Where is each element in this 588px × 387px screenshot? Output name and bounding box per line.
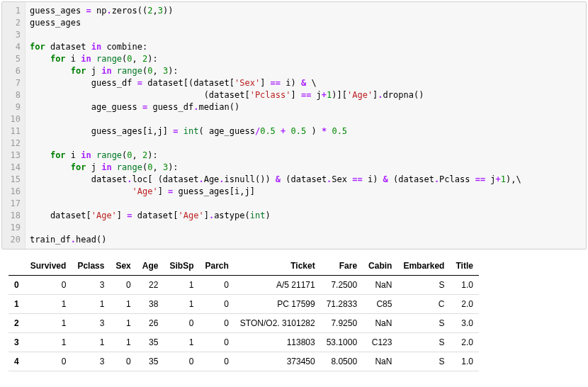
line-number: 14 bbox=[4, 162, 21, 174]
df-cell: 22 bbox=[137, 276, 164, 295]
code-editor[interactable]: guess_ages = np.zeros((2,3))guess_ages f… bbox=[26, 2, 586, 249]
df-cell: 0 bbox=[199, 333, 234, 352]
df-cell: 3.0 bbox=[450, 314, 478, 333]
line-number: 5 bbox=[4, 53, 21, 65]
df-cell: 7.9250 bbox=[321, 314, 363, 333]
code-line[interactable]: for i in range(0, 2): bbox=[30, 53, 582, 65]
df-cell: 0 bbox=[199, 352, 234, 371]
df-cell: 0 bbox=[199, 295, 234, 314]
df-column-header: Ticket bbox=[234, 257, 321, 276]
df-cell: C85 bbox=[363, 295, 397, 314]
code-line[interactable]: for i in range(0, 2): bbox=[30, 150, 582, 162]
line-number-gutter: 1234567891011121314151617181920 bbox=[2, 2, 26, 249]
df-cell: 1 bbox=[110, 314, 136, 333]
code-line[interactable]: guess_ages[i,j] = int( age_guess/0.5 + 0… bbox=[30, 125, 582, 138]
table-row: 403035003734508.0500NaNS1.0 bbox=[9, 352, 479, 371]
df-cell: NaN bbox=[363, 276, 397, 295]
code-line[interactable] bbox=[30, 138, 582, 150]
df-column-header: Parch bbox=[199, 257, 234, 276]
df-cell: 3 bbox=[72, 352, 110, 371]
code-line[interactable]: train_df.head() bbox=[30, 234, 582, 246]
df-column-header: Age bbox=[137, 257, 164, 276]
df-cell: 38 bbox=[137, 295, 164, 314]
code-line[interactable]: guess_df = dataset[(dataset['Sex'] == i)… bbox=[30, 77, 582, 89]
df-cell: A/5 21171 bbox=[234, 276, 321, 295]
line-number: 1 bbox=[4, 5, 21, 17]
df-column-header: SibSp bbox=[164, 257, 199, 276]
df-cell: NaN bbox=[363, 352, 397, 371]
df-cell: 1 bbox=[25, 295, 72, 314]
code-line[interactable] bbox=[30, 113, 582, 125]
code-line[interactable]: age_guess = guess_df.median() bbox=[30, 101, 582, 113]
df-cell: 0 bbox=[164, 314, 199, 333]
df-cell: 0 bbox=[110, 352, 136, 371]
df-cell: 0 bbox=[25, 276, 72, 295]
df-column-header: Fare bbox=[321, 257, 363, 276]
df-cell: 1 bbox=[110, 333, 136, 352]
code-line[interactable]: for j in range(0, 3): bbox=[30, 162, 582, 174]
code-line[interactable] bbox=[30, 29, 582, 41]
df-cell: 3 bbox=[72, 276, 110, 295]
line-number: 8 bbox=[4, 89, 21, 101]
line-number: 9 bbox=[4, 101, 21, 113]
line-number: 2 bbox=[4, 17, 21, 29]
table-row: 21312600STON/O2. 31012827.9250NaNS3.0 bbox=[9, 314, 479, 333]
df-column-header: Sex bbox=[110, 257, 136, 276]
code-cell[interactable]: 1234567891011121314151617181920 guess_ag… bbox=[1, 1, 587, 249]
df-cell: 1 bbox=[164, 295, 199, 314]
line-number: 17 bbox=[4, 198, 21, 210]
df-cell: 1 bbox=[164, 333, 199, 352]
df-cell: 7.2500 bbox=[321, 276, 363, 295]
df-cell: 1 bbox=[25, 314, 72, 333]
line-number: 18 bbox=[4, 210, 21, 222]
code-line[interactable]: (dataset['Pclass'] == j+1)]['Age'].dropn… bbox=[30, 89, 582, 101]
df-cell: 0 bbox=[164, 352, 199, 371]
line-number: 7 bbox=[4, 77, 21, 89]
line-number: 19 bbox=[4, 222, 21, 234]
df-cell: 35 bbox=[137, 333, 164, 352]
code-line[interactable] bbox=[30, 198, 582, 210]
code-line[interactable]: for j in range(0, 3): bbox=[30, 65, 582, 77]
df-cell: PC 17599 bbox=[234, 295, 321, 314]
line-number: 6 bbox=[4, 65, 21, 77]
df-cell: NaN bbox=[363, 314, 397, 333]
line-number: 16 bbox=[4, 186, 21, 198]
line-number: 11 bbox=[4, 125, 21, 138]
code-line[interactable] bbox=[30, 222, 582, 234]
code-line[interactable]: dataset['Age'] = dataset['Age'].astype(i… bbox=[30, 210, 582, 222]
df-index-header bbox=[9, 257, 25, 276]
df-column-header: Survived bbox=[25, 257, 72, 276]
df-cell: 26 bbox=[137, 314, 164, 333]
line-number: 4 bbox=[4, 41, 21, 53]
df-cell: STON/O2. 3101282 bbox=[234, 314, 321, 333]
code-line[interactable]: guess_ages = np.zeros((2,3)) bbox=[30, 5, 582, 17]
df-cell: C123 bbox=[363, 333, 397, 352]
code-line[interactable]: dataset.loc[ (dataset.Age.isnull()) & (d… bbox=[30, 174, 582, 186]
df-cell: 0 bbox=[25, 352, 72, 371]
code-line[interactable]: for dataset in combine: bbox=[30, 41, 582, 53]
df-cell: 2.0 bbox=[450, 295, 478, 314]
df-cell: 3 bbox=[72, 314, 110, 333]
df-column-header: Title bbox=[450, 257, 478, 276]
df-row-index: 0 bbox=[9, 276, 25, 295]
line-number: 20 bbox=[4, 234, 21, 246]
table-row: 3111351011380353.1000C123S2.0 bbox=[9, 333, 479, 352]
line-number: 12 bbox=[4, 138, 21, 150]
df-cell: S bbox=[397, 352, 450, 371]
df-cell: 1.0 bbox=[450, 276, 478, 295]
code-line[interactable]: guess_ages bbox=[30, 17, 582, 29]
dataframe-table: SurvivedPclassSexAgeSibSpParchTicketFare… bbox=[9, 257, 479, 371]
code-line[interactable]: 'Age'] = guess_ages[i,j] bbox=[30, 186, 582, 198]
df-cell: 0 bbox=[110, 276, 136, 295]
df-cell: 373450 bbox=[234, 352, 321, 371]
df-cell: 1 bbox=[72, 295, 110, 314]
df-cell: 53.1000 bbox=[321, 333, 363, 352]
line-number: 10 bbox=[4, 113, 21, 125]
line-number: 15 bbox=[4, 174, 21, 186]
df-cell: 8.0500 bbox=[321, 352, 363, 371]
df-cell: 1 bbox=[110, 295, 136, 314]
df-row-index: 4 bbox=[9, 352, 25, 371]
df-cell: 71.2833 bbox=[321, 295, 363, 314]
df-cell: S bbox=[397, 333, 450, 352]
df-row-index: 3 bbox=[9, 333, 25, 352]
